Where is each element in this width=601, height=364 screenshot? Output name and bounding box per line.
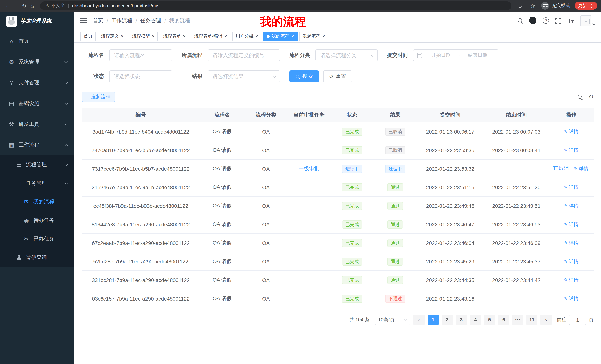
help-icon[interactable]: ? xyxy=(543,18,549,24)
next-page-button[interactable]: › xyxy=(541,315,551,325)
page-button-11[interactable]: 11 xyxy=(526,315,538,325)
close-icon[interactable]: × xyxy=(183,34,186,38)
sidebar-item-system[interactable]: ⚙ 系统管理 xyxy=(0,52,74,72)
page-size-select[interactable]: 10条/页 xyxy=(375,315,411,325)
page-button-4[interactable]: 4 xyxy=(470,315,481,325)
page-button-3[interactable]: 3 xyxy=(456,315,467,325)
sidebar-item-task-management[interactable]: ◫ 任务管理 xyxy=(0,174,74,192)
page-button-1[interactable]: 1 xyxy=(428,315,439,325)
toggle-search-icon[interactable] xyxy=(577,94,583,100)
reset-button[interactable]: ↺ 重置 xyxy=(323,70,352,82)
cell-end-time: 2022-01-23 00:08:41 xyxy=(484,141,549,160)
col-header-actions: 操作 xyxy=(549,108,594,123)
detail-link[interactable]: ✎详情 xyxy=(564,202,579,209)
incognito-badge[interactable]: 无痕模式 xyxy=(541,2,570,10)
detail-link[interactable]: ✎详情 xyxy=(564,221,579,228)
update-button[interactable]: 更新 ⋮ xyxy=(575,2,597,10)
tab-process-form-edit[interactable]: 流程表单-编辑 × xyxy=(191,31,230,41)
sidebar-item-leave-query[interactable]: 请假查询 xyxy=(0,248,74,267)
home-icon: ⌂ xyxy=(7,38,16,44)
more-pages-button[interactable]: ••• xyxy=(512,315,523,325)
tab-process-model[interactable]: 流程模型 × xyxy=(129,31,158,41)
close-icon[interactable]: × xyxy=(121,34,123,38)
tab-process-definition[interactable]: 流程定义 × xyxy=(98,31,127,41)
process-name-input[interactable] xyxy=(109,49,172,61)
detail-link[interactable]: ✎详情 xyxy=(564,295,579,302)
sidebar-item-todo-tasks[interactable]: ◉ 待办任务 xyxy=(0,211,74,230)
sidebar-item-home[interactable]: ⌂ 首页 xyxy=(0,31,74,52)
cancel-link[interactable]: 取消 xyxy=(554,165,569,172)
search-icon[interactable] xyxy=(518,18,523,23)
page-button-5[interactable]: 5 xyxy=(484,315,495,325)
status-select[interactable] xyxy=(109,70,172,82)
search-button[interactable]: 搜索 xyxy=(289,70,319,82)
process-table: 编号 流程名 流程分类 当前审批任务 状态 结果 提交时间 结束时间 操作 3a… xyxy=(82,108,594,308)
back-icon[interactable]: ← xyxy=(4,0,12,11)
prev-page-button[interactable]: ‹ xyxy=(413,315,425,325)
detail-link[interactable]: ✎详情 xyxy=(564,128,579,135)
github-icon[interactable] xyxy=(530,17,537,24)
url-text[interactable]: dashboard.yudao.iocoder.cn/bpm/task/my xyxy=(72,3,158,8)
detail-link[interactable]: ✎详情 xyxy=(564,277,579,283)
close-icon[interactable]: × xyxy=(322,34,325,38)
date-range-picker[interactable]: 开始日期 - 结束日期 xyxy=(413,49,499,61)
star-icon[interactable]: ☆ xyxy=(529,0,537,11)
sidebar-item-done-tasks[interactable]: ✂ 已办任务 xyxy=(0,230,74,248)
process-definition-input[interactable] xyxy=(208,49,280,61)
sidebar-item-payment[interactable]: ¥ 支付管理 xyxy=(0,72,74,93)
tab-process-form[interactable]: 流程表单 × xyxy=(160,31,189,41)
page-button-6[interactable]: 6 xyxy=(498,315,509,325)
page-button-2[interactable]: 2 xyxy=(442,315,453,325)
sidebar-item-my-process[interactable]: ✉ 我的流程 xyxy=(0,192,74,211)
cell-category: OA xyxy=(244,178,288,197)
sidebar-item-workflow[interactable]: ▦ 工作流程 xyxy=(0,135,74,155)
tab-my-process[interactable]: 我的流程 × xyxy=(263,31,297,41)
sidebar-toggle-icon[interactable] xyxy=(80,18,87,23)
font-size-icon[interactable]: TT xyxy=(568,18,574,24)
reload-icon[interactable]: ↻ xyxy=(20,0,28,11)
address-bar[interactable]: ⚠ 不安全 dashboard.yudao.iocoder.cn/bpm/tas… xyxy=(40,1,511,10)
close-icon[interactable]: × xyxy=(224,34,227,38)
current-task-link[interactable]: 一级审批 xyxy=(299,165,320,172)
chevron-down-icon xyxy=(64,80,68,84)
security-label[interactable]: 不安全 xyxy=(51,3,65,9)
goto-page-input[interactable] xyxy=(569,315,586,325)
browser-menu-icon[interactable]: ⋮ xyxy=(589,3,594,8)
cell-submit-time: 2022-01-22 23:43:16 xyxy=(417,289,484,308)
forward-icon[interactable]: → xyxy=(12,0,20,11)
cell-category: OA xyxy=(244,234,288,252)
avatar[interactable] xyxy=(580,15,591,26)
breadcrumb-workflow[interactable]: 工作流程 xyxy=(111,17,132,24)
refresh-icon[interactable]: ↻ xyxy=(589,94,594,100)
detail-link[interactable]: ✎详情 xyxy=(564,239,579,246)
detail-link[interactable]: ✎详情 xyxy=(564,184,579,191)
close-icon[interactable]: × xyxy=(152,34,155,38)
fullscreen-icon[interactable] xyxy=(555,18,561,24)
sidebar-item-process-management[interactable]: ☰ 流程管理 xyxy=(0,155,74,174)
close-icon[interactable]: × xyxy=(291,34,294,38)
tab-start-process[interactable]: 发起流程 × xyxy=(299,31,328,41)
close-icon[interactable]: × xyxy=(255,34,258,38)
detail-link[interactable]: ✎详情 xyxy=(564,147,579,153)
breadcrumb-task-management[interactable]: 任务管理 xyxy=(140,17,161,24)
col-header-category: 流程分类 xyxy=(244,108,288,123)
app-logo-row[interactable]: 芋道管理系统 xyxy=(0,11,74,31)
category-select[interactable] xyxy=(315,49,378,61)
tab-home[interactable]: 首页 xyxy=(80,31,96,41)
start-process-button[interactable]: + 发起流程 xyxy=(82,92,115,102)
sidebar-item-infrastructure[interactable]: ▤ 基础设施 xyxy=(0,93,74,114)
date-start-placeholder[interactable]: 开始日期 xyxy=(424,52,458,59)
sidebar-item-devtools[interactable]: ⚒ 研发工具 xyxy=(0,114,74,135)
app-title: 芋道管理系统 xyxy=(21,18,52,25)
detail-link[interactable]: ✎详情 xyxy=(574,165,588,172)
detail-link[interactable]: ✎详情 xyxy=(564,258,579,265)
browser-home-icon[interactable]: ⌂ xyxy=(28,0,36,11)
date-end-placeholder[interactable]: 结束日期 xyxy=(461,52,494,59)
screen: ← → ↻ ⌂ ⚠ 不安全 dashboard.yudao.iocoder.cn… xyxy=(0,0,601,364)
user-menu[interactable] xyxy=(580,15,595,26)
breadcrumb-home[interactable]: 首页 xyxy=(93,17,103,24)
key-icon[interactable] xyxy=(518,3,524,9)
result-tag: 通过 xyxy=(387,257,403,266)
result-select[interactable] xyxy=(208,70,280,82)
tab-user-group[interactable]: 用户分组 × xyxy=(232,31,261,41)
